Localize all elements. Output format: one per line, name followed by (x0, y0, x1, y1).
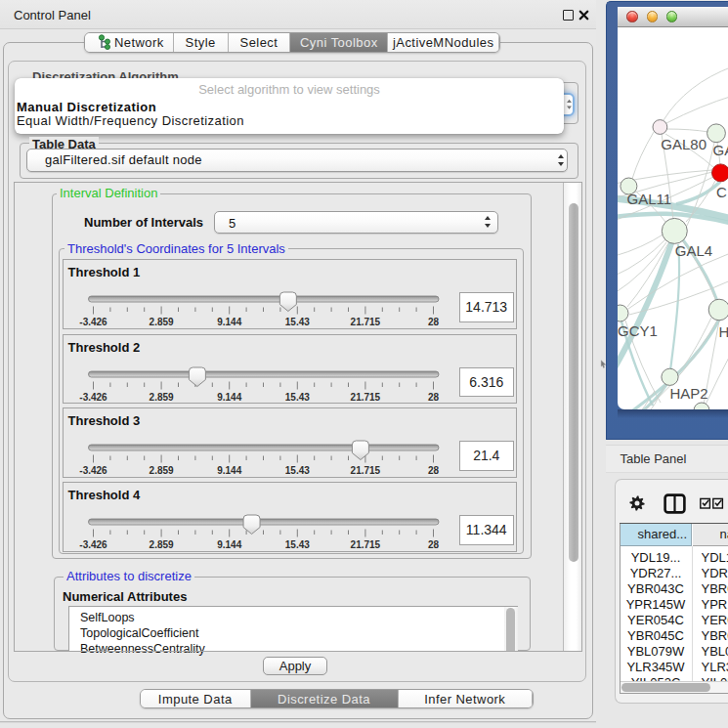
svg-text:15.43: 15.43 (284, 465, 309, 476)
svg-text:28: 28 (427, 465, 439, 476)
svg-text:-3.426: -3.426 (79, 465, 107, 476)
svg-text:GCY1: GCY1 (618, 322, 658, 339)
svg-text:GAL80: GAL80 (661, 136, 707, 152)
svg-text:15.43: 15.43 (284, 317, 309, 327)
svg-text:9.144: 9.144 (217, 392, 241, 403)
svg-text:-3.426: -3.426 (79, 317, 107, 327)
svg-text:GAL11: GAL11 (626, 191, 671, 207)
svg-text:HAP2: HAP2 (669, 385, 707, 402)
svg-text:9.144: 9.144 (217, 465, 241, 476)
svg-text:-3.426: -3.426 (79, 539, 107, 550)
svg-text:15.43: 15.43 (284, 539, 309, 550)
svg-text:2.859: 2.859 (149, 539, 173, 550)
svg-text:9.144: 9.144 (217, 539, 241, 550)
svg-text:GAL4: GAL4 (674, 242, 711, 259)
svg-text:2.859: 2.859 (149, 317, 173, 327)
svg-text:21.715: 21.715 (350, 465, 380, 476)
svg-text:GA: GA (712, 142, 728, 158)
svg-text:H: H (718, 323, 728, 340)
svg-text:28: 28 (427, 392, 439, 403)
svg-text:21.715: 21.715 (350, 539, 380, 550)
svg-text:-3.426: -3.426 (79, 392, 107, 403)
svg-text:15.43: 15.43 (284, 392, 309, 403)
svg-text:2.859: 2.859 (149, 392, 173, 403)
svg-text:28: 28 (427, 539, 439, 550)
svg-text:9.144: 9.144 (217, 317, 241, 327)
svg-text:21.715: 21.715 (350, 392, 380, 403)
svg-text:28: 28 (427, 317, 439, 327)
svg-text:21.715: 21.715 (350, 317, 380, 327)
svg-text:2.859: 2.859 (149, 465, 173, 476)
svg-text:C: C (715, 184, 726, 200)
